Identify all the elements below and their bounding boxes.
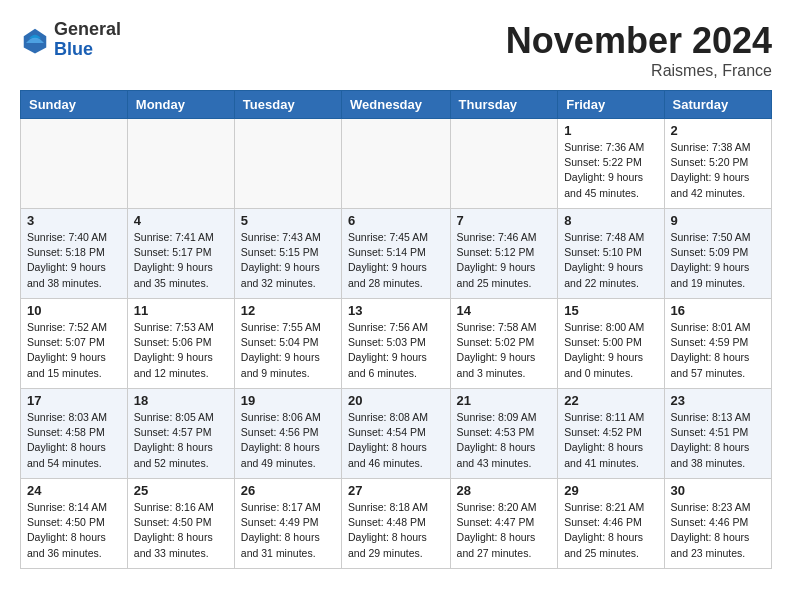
day-info: Sunrise: 8:01 AM Sunset: 4:59 PM Dayligh…	[671, 320, 765, 381]
day-number: 21	[457, 393, 552, 408]
day-number: 18	[134, 393, 228, 408]
day-info: Sunrise: 7:36 AM Sunset: 5:22 PM Dayligh…	[564, 140, 657, 201]
calendar-cell: 21Sunrise: 8:09 AM Sunset: 4:53 PM Dayli…	[450, 389, 558, 479]
day-info: Sunrise: 7:41 AM Sunset: 5:17 PM Dayligh…	[134, 230, 228, 291]
calendar-cell: 8Sunrise: 7:48 AM Sunset: 5:10 PM Daylig…	[558, 209, 664, 299]
day-info: Sunrise: 8:17 AM Sunset: 4:49 PM Dayligh…	[241, 500, 335, 561]
weekday-header-saturday: Saturday	[664, 91, 771, 119]
weekday-header-tuesday: Tuesday	[234, 91, 341, 119]
weekday-header-friday: Friday	[558, 91, 664, 119]
day-number: 28	[457, 483, 552, 498]
calendar-cell: 30Sunrise: 8:23 AM Sunset: 4:46 PM Dayli…	[664, 479, 771, 569]
day-info: Sunrise: 7:45 AM Sunset: 5:14 PM Dayligh…	[348, 230, 444, 291]
day-number: 5	[241, 213, 335, 228]
day-info: Sunrise: 7:38 AM Sunset: 5:20 PM Dayligh…	[671, 140, 765, 201]
calendar-week-row: 1Sunrise: 7:36 AM Sunset: 5:22 PM Daylig…	[21, 119, 772, 209]
calendar-cell	[342, 119, 451, 209]
day-number: 2	[671, 123, 765, 138]
day-number: 9	[671, 213, 765, 228]
day-number: 12	[241, 303, 335, 318]
day-info: Sunrise: 7:53 AM Sunset: 5:06 PM Dayligh…	[134, 320, 228, 381]
day-info: Sunrise: 8:03 AM Sunset: 4:58 PM Dayligh…	[27, 410, 121, 471]
calendar-cell: 20Sunrise: 8:08 AM Sunset: 4:54 PM Dayli…	[342, 389, 451, 479]
day-info: Sunrise: 8:18 AM Sunset: 4:48 PM Dayligh…	[348, 500, 444, 561]
day-info: Sunrise: 7:56 AM Sunset: 5:03 PM Dayligh…	[348, 320, 444, 381]
day-number: 6	[348, 213, 444, 228]
day-number: 22	[564, 393, 657, 408]
calendar-cell: 15Sunrise: 8:00 AM Sunset: 5:00 PM Dayli…	[558, 299, 664, 389]
calendar-cell: 27Sunrise: 8:18 AM Sunset: 4:48 PM Dayli…	[342, 479, 451, 569]
day-number: 13	[348, 303, 444, 318]
logo-blue: Blue	[54, 40, 121, 60]
day-info: Sunrise: 8:20 AM Sunset: 4:47 PM Dayligh…	[457, 500, 552, 561]
logo: General Blue	[20, 20, 121, 60]
calendar-cell: 28Sunrise: 8:20 AM Sunset: 4:47 PM Dayli…	[450, 479, 558, 569]
weekday-header-sunday: Sunday	[21, 91, 128, 119]
calendar-cell	[450, 119, 558, 209]
calendar-cell: 1Sunrise: 7:36 AM Sunset: 5:22 PM Daylig…	[558, 119, 664, 209]
calendar-cell: 3Sunrise: 7:40 AM Sunset: 5:18 PM Daylig…	[21, 209, 128, 299]
weekday-header-row: SundayMondayTuesdayWednesdayThursdayFrid…	[21, 91, 772, 119]
calendar-cell: 10Sunrise: 7:52 AM Sunset: 5:07 PM Dayli…	[21, 299, 128, 389]
day-info: Sunrise: 7:48 AM Sunset: 5:10 PM Dayligh…	[564, 230, 657, 291]
weekday-header-thursday: Thursday	[450, 91, 558, 119]
day-number: 23	[671, 393, 765, 408]
calendar-cell: 13Sunrise: 7:56 AM Sunset: 5:03 PM Dayli…	[342, 299, 451, 389]
weekday-header-wednesday: Wednesday	[342, 91, 451, 119]
calendar-cell	[127, 119, 234, 209]
weekday-header-monday: Monday	[127, 91, 234, 119]
day-number: 19	[241, 393, 335, 408]
logo-general: General	[54, 20, 121, 40]
day-number: 1	[564, 123, 657, 138]
day-info: Sunrise: 7:50 AM Sunset: 5:09 PM Dayligh…	[671, 230, 765, 291]
calendar-cell: 9Sunrise: 7:50 AM Sunset: 5:09 PM Daylig…	[664, 209, 771, 299]
calendar-cell	[234, 119, 341, 209]
day-number: 8	[564, 213, 657, 228]
calendar-cell: 18Sunrise: 8:05 AM Sunset: 4:57 PM Dayli…	[127, 389, 234, 479]
day-info: Sunrise: 8:09 AM Sunset: 4:53 PM Dayligh…	[457, 410, 552, 471]
logo-text: General Blue	[54, 20, 121, 60]
day-number: 15	[564, 303, 657, 318]
calendar-week-row: 17Sunrise: 8:03 AM Sunset: 4:58 PM Dayli…	[21, 389, 772, 479]
day-number: 3	[27, 213, 121, 228]
calendar-cell: 12Sunrise: 7:55 AM Sunset: 5:04 PM Dayli…	[234, 299, 341, 389]
month-title: November 2024	[506, 20, 772, 62]
day-info: Sunrise: 7:43 AM Sunset: 5:15 PM Dayligh…	[241, 230, 335, 291]
title-block: November 2024 Raismes, France	[506, 20, 772, 80]
day-number: 17	[27, 393, 121, 408]
day-info: Sunrise: 8:13 AM Sunset: 4:51 PM Dayligh…	[671, 410, 765, 471]
day-info: Sunrise: 7:46 AM Sunset: 5:12 PM Dayligh…	[457, 230, 552, 291]
day-number: 27	[348, 483, 444, 498]
calendar-cell: 23Sunrise: 8:13 AM Sunset: 4:51 PM Dayli…	[664, 389, 771, 479]
calendar-cell: 6Sunrise: 7:45 AM Sunset: 5:14 PM Daylig…	[342, 209, 451, 299]
calendar-week-row: 24Sunrise: 8:14 AM Sunset: 4:50 PM Dayli…	[21, 479, 772, 569]
calendar-cell: 14Sunrise: 7:58 AM Sunset: 5:02 PM Dayli…	[450, 299, 558, 389]
calendar-week-row: 3Sunrise: 7:40 AM Sunset: 5:18 PM Daylig…	[21, 209, 772, 299]
calendar-cell: 7Sunrise: 7:46 AM Sunset: 5:12 PM Daylig…	[450, 209, 558, 299]
day-number: 20	[348, 393, 444, 408]
day-number: 29	[564, 483, 657, 498]
day-info: Sunrise: 8:11 AM Sunset: 4:52 PM Dayligh…	[564, 410, 657, 471]
calendar-cell: 17Sunrise: 8:03 AM Sunset: 4:58 PM Dayli…	[21, 389, 128, 479]
calendar-cell	[21, 119, 128, 209]
day-number: 24	[27, 483, 121, 498]
day-number: 7	[457, 213, 552, 228]
calendar-cell: 25Sunrise: 8:16 AM Sunset: 4:50 PM Dayli…	[127, 479, 234, 569]
calendar-cell: 2Sunrise: 7:38 AM Sunset: 5:20 PM Daylig…	[664, 119, 771, 209]
day-number: 30	[671, 483, 765, 498]
day-info: Sunrise: 8:08 AM Sunset: 4:54 PM Dayligh…	[348, 410, 444, 471]
calendar-week-row: 10Sunrise: 7:52 AM Sunset: 5:07 PM Dayli…	[21, 299, 772, 389]
calendar-cell: 22Sunrise: 8:11 AM Sunset: 4:52 PM Dayli…	[558, 389, 664, 479]
day-number: 26	[241, 483, 335, 498]
calendar-cell: 5Sunrise: 7:43 AM Sunset: 5:15 PM Daylig…	[234, 209, 341, 299]
day-number: 11	[134, 303, 228, 318]
day-number: 14	[457, 303, 552, 318]
calendar-cell: 11Sunrise: 7:53 AM Sunset: 5:06 PM Dayli…	[127, 299, 234, 389]
day-info: Sunrise: 8:06 AM Sunset: 4:56 PM Dayligh…	[241, 410, 335, 471]
calendar-table: SundayMondayTuesdayWednesdayThursdayFrid…	[20, 90, 772, 569]
day-number: 25	[134, 483, 228, 498]
day-info: Sunrise: 8:16 AM Sunset: 4:50 PM Dayligh…	[134, 500, 228, 561]
day-info: Sunrise: 7:52 AM Sunset: 5:07 PM Dayligh…	[27, 320, 121, 381]
day-info: Sunrise: 7:40 AM Sunset: 5:18 PM Dayligh…	[27, 230, 121, 291]
page-header: General Blue November 2024 Raismes, Fran…	[20, 20, 772, 80]
